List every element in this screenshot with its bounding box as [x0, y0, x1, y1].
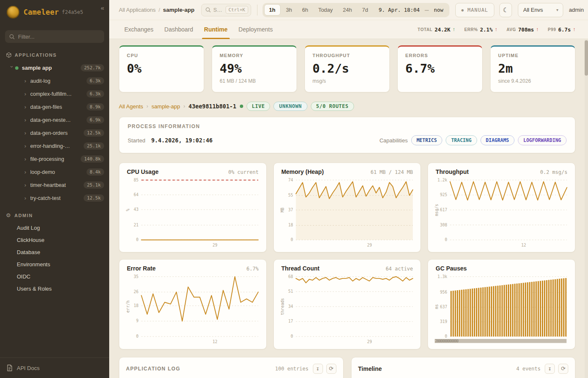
manual-label: MANUAL	[467, 7, 488, 13]
admin-item-oidc[interactable]: OIDC	[0, 270, 109, 283]
svg-text:29: 29	[213, 243, 218, 247]
breadcrumb-current: sample-app	[163, 7, 194, 13]
admin-header-label: ADMIN	[14, 213, 33, 218]
capabilities: Capabilities METRICSTRACINGDIAGRAMSLOGFO…	[379, 135, 567, 145]
agent-link-sample-app[interactable]: sample-app	[152, 103, 180, 110]
chart-memory-heap: Memory (Heap)61 MB / 124 MB018375574MB29	[273, 163, 421, 252]
svg-text:0: 0	[136, 334, 139, 339]
scrollbar-thumb[interactable]	[585, 40, 588, 76]
sidebar-item-complex-fulfillm[interactable]: ›complex-fulfillm…6.3k	[0, 87, 109, 100]
metric-card-uptime: UPTIME2msince 9.4.2026	[490, 45, 575, 92]
api-docs-label: API Docs	[17, 365, 39, 371]
stat-label: AVG	[507, 27, 516, 32]
stat-value: 24.2K	[435, 26, 451, 33]
metric-value: 49%	[220, 61, 289, 76]
user-name[interactable]: admin	[569, 7, 584, 13]
time-range-24h[interactable]: 24h	[338, 5, 357, 15]
started-value: 9.4.2026, 19:02:46	[151, 137, 213, 144]
sidebar-item-try-catch-test[interactable]: ›try-catch-test12.5k	[0, 192, 109, 205]
chart-plot-thread-count: 017345168threads29	[280, 273, 415, 346]
svg-text:0: 0	[136, 237, 139, 242]
tab-deployments[interactable]: Deployments	[233, 20, 278, 39]
breadcrumb-all-applications[interactable]: All Applications	[119, 7, 155, 13]
chevron-right-icon: ›	[24, 104, 30, 110]
sidebar-item-sample-app[interactable]: ›sample app252.7k	[0, 61, 109, 74]
sidebar-item-label: file-processing	[30, 156, 77, 162]
svg-text:637: 637	[440, 305, 448, 310]
agent-link-all-agents[interactable]: All Agents	[119, 103, 143, 110]
download-icon[interactable]: ↧	[545, 364, 555, 374]
sidebar-item-label: loop-demo	[30, 169, 83, 175]
svg-text:0: 0	[445, 334, 447, 339]
chart-plot-throughput: 03086179251.2kmsg/s12	[434, 177, 569, 249]
sidebar-item-label: data-gen-neste…	[30, 117, 83, 123]
date-to[interactable]: now	[434, 7, 444, 13]
sidebar-item-timer-heartbeat[interactable]: ›timer-heartbeat25.1k	[0, 178, 109, 192]
summary-stats: TOTAL24.2K↑ERR%2.1%↑AVG708ms↑P996.7s↑	[417, 20, 575, 39]
chevron-right-icon: ›	[184, 103, 185, 109]
sidebar-item-file-processing[interactable]: ›file-processing140.8k	[0, 152, 109, 165]
date-from[interactable]: 9. Apr. 18:04	[379, 7, 420, 13]
svg-text:85: 85	[134, 178, 139, 182]
sidebar-item-label: audit-log	[30, 78, 83, 84]
tab-runtime[interactable]: Runtime	[199, 20, 233, 39]
admin-item-environments[interactable]: Environments	[0, 258, 109, 270]
time-range-today[interactable]: Today	[314, 5, 338, 15]
time-range-1h[interactable]: 1h	[264, 4, 281, 16]
svg-text:925: 925	[440, 192, 448, 197]
refresh-icon[interactable]: ⟳	[558, 364, 568, 374]
chevron-right-icon: ›	[24, 182, 30, 188]
metric-cards-row: CPU0%MEMORY49%61 MB / 124 MBTHROUGHPUT0.…	[119, 45, 575, 92]
api-docs-link[interactable]: API Docs	[0, 357, 109, 378]
stat-err: ERR%2.1%↑	[464, 26, 497, 33]
sidebar-item-data-gen-neste[interactable]: ›data-gen-neste…6.9k	[0, 113, 109, 126]
sidebar-item-error-handling[interactable]: ›error-handling-…25.1k	[0, 139, 109, 152]
metric-label: CPU	[127, 53, 196, 58]
badge-unknown: UNKNOWN	[273, 102, 307, 111]
sidebar-item-audit-log[interactable]: ›audit-log6.3k	[0, 74, 109, 87]
tab-dashboard[interactable]: Dashboard	[159, 20, 199, 39]
stat-label: TOTAL	[417, 27, 432, 32]
tabs: ExchangesDashboardRuntimeDeployments	[119, 20, 278, 39]
sidebar-item-loop-demo[interactable]: ›loop-demo8.4k	[0, 165, 109, 178]
sidebar-item-data-gen-orders[interactable]: ›data-gen-orders12.5k	[0, 126, 109, 139]
svg-text:64: 64	[134, 192, 139, 197]
chevron-right-icon: ›	[24, 169, 30, 175]
admin-item-users-roles[interactable]: Users & Roles	[0, 283, 109, 295]
metric-label: THROUGHPUT	[312, 53, 382, 58]
admin-item-audit-log[interactable]: Audit Log	[0, 222, 109, 234]
count-badge: 8.9k	[87, 103, 105, 110]
metric-card-errors: ERRORS6.7%	[397, 45, 483, 92]
stat-value: 2.1%	[480, 26, 493, 33]
admin-item-database[interactable]: Database	[0, 246, 109, 258]
time-range-3h[interactable]: 3h	[281, 5, 297, 15]
chevron-right-icon: ›	[24, 143, 30, 149]
runtime-content: CPU0%MEMORY49%61 MB / 124 MBTHROUGHPUT0.…	[109, 39, 588, 378]
tab-exchanges[interactable]: Exchanges	[119, 20, 159, 39]
time-range-6h[interactable]: 6h	[297, 5, 312, 15]
download-icon[interactable]: ↧	[313, 364, 323, 374]
filter-box[interactable]	[5, 30, 104, 43]
filter-input[interactable]	[18, 34, 100, 40]
svg-text:0: 0	[445, 237, 447, 242]
svg-text:12: 12	[521, 243, 526, 247]
svg-text:956: 956	[440, 290, 448, 295]
svg-text:26: 26	[134, 290, 139, 294]
metric-value: 2m	[498, 61, 567, 76]
admin-item-clickhouse[interactable]: ClickHouse	[0, 234, 109, 246]
metric-label: ERRORS	[405, 53, 475, 58]
collapse-sidebar-icon[interactable]: «	[101, 4, 104, 11]
manual-refresh-button[interactable]: ● MANUAL	[455, 3, 495, 17]
global-search[interactable]: S… Ctrl+K	[201, 4, 251, 16]
count-badge: 6.9k	[87, 116, 105, 123]
scrollbar-track[interactable]	[585, 39, 588, 378]
svg-text:MB: MB	[280, 207, 284, 213]
admin-list: Audit LogClickHouseDatabaseEnvironmentsO…	[0, 222, 109, 295]
sidebar-item-data-gen-files[interactable]: ›data-gen-files8.9k	[0, 100, 109, 113]
refresh-icon[interactable]: ⟳	[326, 364, 336, 374]
env-select[interactable]: All Envs ▾	[518, 3, 563, 17]
dark-mode-toggle[interactable]: ☾	[499, 3, 512, 17]
time-range-7d[interactable]: 7d	[357, 5, 373, 15]
stat-label: ERR%	[464, 27, 478, 32]
svg-text:74: 74	[288, 178, 293, 182]
